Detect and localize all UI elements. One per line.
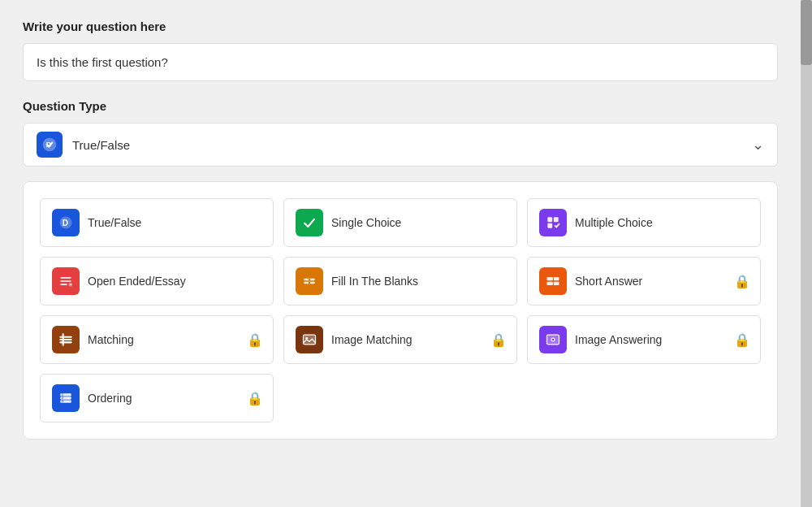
- svg-point-27: [552, 339, 555, 341]
- single-choice-label: Single Choice: [331, 216, 401, 229]
- option-single-choice[interactable]: Single Choice: [283, 198, 517, 247]
- ordering-label: Ordering: [88, 392, 132, 405]
- ordering-lock-icon: 🔒: [247, 391, 263, 406]
- svg-rect-18: [554, 282, 559, 285]
- question-input[interactable]: [23, 43, 778, 81]
- multiple-choice-label: Multiple Choice: [575, 216, 653, 229]
- options-container: D True/False Single Choice: [23, 181, 778, 440]
- svg-text:3: 3: [62, 400, 63, 403]
- svg-rect-23: [304, 335, 316, 344]
- fill-blanks-label: Fill In The Blanks: [331, 275, 418, 288]
- svg-rect-8: [60, 280, 71, 282]
- short-answer-lock-icon: 🔒: [734, 274, 750, 289]
- scrollbar-thumb[interactable]: [801, 0, 812, 65]
- write-question-label: Write your question here: [23, 20, 778, 33]
- image-matching-icon: [296, 326, 323, 353]
- scrollbar[interactable]: [801, 0, 812, 507]
- open-ended-icon: [52, 267, 80, 295]
- open-ended-label: Open Ended/Essay: [88, 275, 186, 288]
- svg-rect-17: [547, 282, 554, 285]
- short-answer-label: Short Answer: [575, 275, 642, 288]
- option-fill-blanks[interactable]: Fill In The Blanks: [283, 257, 517, 306]
- option-matching[interactable]: Matching 🔒: [40, 315, 274, 364]
- single-choice-icon: [296, 209, 323, 236]
- true-false-label: True/False: [88, 216, 141, 229]
- question-type-dropdown[interactable]: D True/False ⌄: [23, 123, 778, 167]
- short-answer-icon: [539, 267, 567, 295]
- option-open-ended[interactable]: Open Ended/Essay: [40, 257, 274, 306]
- svg-text:D: D: [63, 219, 68, 228]
- option-true-false[interactable]: D True/False: [40, 198, 274, 247]
- matching-icon: [52, 326, 80, 353]
- ordering-icon: 1 2 3: [52, 384, 80, 412]
- matching-label: Matching: [88, 333, 134, 346]
- svg-point-13: [309, 279, 311, 281]
- option-image-answering[interactable]: Image Answering 🔒: [527, 315, 761, 364]
- image-answering-lock-icon: 🔒: [734, 332, 750, 348]
- option-ordering[interactable]: 1 2 3 Ordering 🔒: [40, 374, 274, 422]
- option-short-answer[interactable]: Short Answer 🔒: [527, 257, 761, 306]
- matching-lock-icon: 🔒: [247, 332, 263, 348]
- svg-point-14: [309, 282, 311, 284]
- multiple-choice-icon: [539, 209, 567, 236]
- image-matching-lock-icon: 🔒: [490, 332, 507, 348]
- svg-rect-9: [60, 284, 67, 285]
- true-false-icon: D: [52, 209, 80, 236]
- svg-rect-15: [547, 277, 554, 280]
- image-answering-icon: [539, 326, 567, 353]
- options-grid: D True/False Single Choice: [40, 198, 761, 422]
- svg-rect-16: [554, 277, 559, 280]
- svg-rect-5: [554, 217, 559, 222]
- dropdown-selected-text: True/False: [72, 138, 752, 152]
- dropdown-icon: D: [37, 132, 63, 158]
- svg-text:D: D: [46, 141, 52, 149]
- svg-rect-6: [547, 223, 552, 228]
- question-type-label: Question Type: [23, 99, 778, 113]
- svg-rect-7: [60, 277, 71, 279]
- svg-rect-4: [547, 217, 552, 222]
- option-multiple-choice[interactable]: Multiple Choice: [527, 198, 761, 247]
- chevron-down-icon: ⌄: [752, 136, 764, 154]
- main-content: Write your question here Question Type D…: [0, 0, 801, 507]
- image-answering-label: Image Answering: [575, 333, 662, 346]
- fill-blanks-icon: [296, 267, 323, 295]
- image-matching-label: Image Matching: [331, 333, 412, 346]
- option-image-matching[interactable]: Image Matching 🔒: [283, 315, 517, 364]
